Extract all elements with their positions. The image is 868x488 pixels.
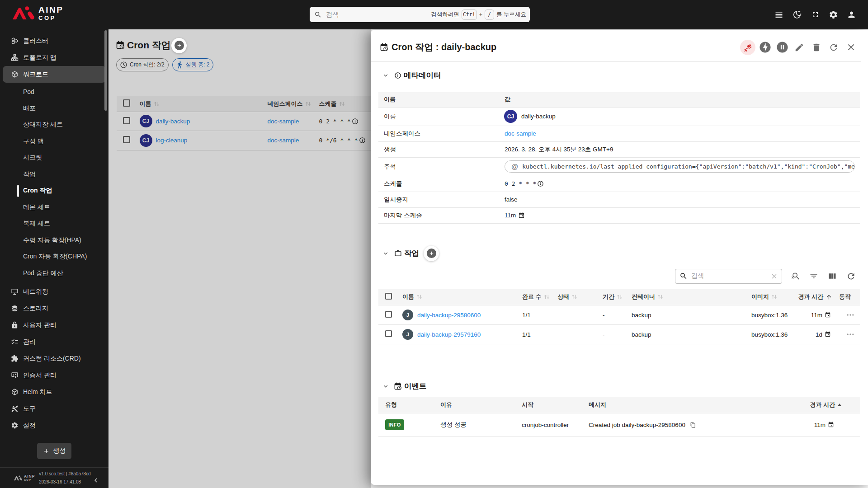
column-duration[interactable]: 기간 (603, 293, 614, 301)
app-logo[interactable]: AINP COP (12, 5, 63, 21)
sort-icons[interactable] (571, 294, 577, 300)
row-actions-menu[interactable] (834, 310, 860, 319)
sort-icons[interactable] (771, 294, 777, 300)
sidebar-scrollbar[interactable] (104, 30, 107, 111)
columns-button[interactable] (827, 271, 838, 282)
events-table-header: 유형 이유 시작 메시지 경과 시간 (378, 397, 860, 413)
create-button[interactable]: 생성 (37, 443, 71, 459)
sidebar-subitem-jobs[interactable]: 작업 (0, 166, 108, 183)
sidebar-subitem-replicasets[interactable]: 복제 세트 (0, 216, 108, 232)
event-row[interactable]: INFO 생성 성공 cronjob-controller Created jo… (378, 413, 860, 436)
dark-mode-icon[interactable] (792, 10, 802, 20)
sidebar-subitem-chpa[interactable]: Cron 자동 확장(CHPA) (0, 249, 108, 265)
sidebar-subitem-statefulsets[interactable]: 상태저장 세트 (0, 117, 108, 133)
sort-icons[interactable] (416, 294, 422, 300)
sidebar-item-admin[interactable]: 관리 (0, 333, 108, 350)
column-status[interactable]: 상태 (557, 293, 569, 301)
chevron-down-icon[interactable] (382, 383, 389, 389)
sidebar-subitem-secrets[interactable]: 시크릿 (0, 150, 108, 166)
drawer-backdrop[interactable] (108, 29, 371, 488)
collapse-sidebar-icon[interactable] (92, 476, 100, 484)
sidebar-subitem-daemonsets[interactable]: 데몬 세트 (0, 199, 108, 216)
column-image[interactable]: 이미지 (751, 293, 769, 301)
event-reason: 생성 성공 (434, 413, 515, 436)
column-age[interactable]: 경과 시간 (798, 293, 823, 301)
create-cronjob-button[interactable] (171, 38, 187, 53)
sort-icons[interactable] (657, 294, 663, 300)
info-icon[interactable] (537, 180, 544, 187)
metadata-table: 이름 값 이름 CJdaily-backup 네임스페이스 doc-sample… (378, 92, 860, 224)
job-name-link[interactable]: daily-backup-29580600 (417, 312, 481, 319)
sidebar-item-clusters[interactable]: 클러스터 (0, 33, 108, 49)
sidebar-subitem-pod[interactable]: Pod (0, 84, 108, 100)
refresh-button[interactable] (825, 39, 842, 56)
annotation-chip[interactable]: @kubectl.kubernetes.io/last-applied-conf… (505, 160, 855, 173)
sidebar-item-tools[interactable]: 도구 (0, 400, 108, 417)
notifications-menu-icon[interactable] (774, 10, 784, 20)
metadata-row-name: 이름 CJdaily-backup (378, 107, 860, 126)
job-name-link[interactable]: daily-backup-29579160 (417, 331, 481, 338)
sidebar-item-storage[interactable]: 스토리지 (0, 300, 108, 317)
column-completions[interactable]: 완료 수 (522, 293, 542, 301)
drawer-scrollbar-track[interactable] (861, 30, 868, 485)
sidebar-item-crd[interactable]: 커스텀 리소스(CRD) (0, 350, 108, 367)
select-all-checkbox[interactable] (385, 293, 392, 300)
row-checkbox[interactable] (385, 330, 392, 337)
sidebar-subitem-cronjobs[interactable]: Cron 작업 (0, 183, 108, 199)
sidebar-item-helm[interactable]: Helm 차트 (0, 384, 108, 400)
delete-button[interactable] (808, 39, 825, 56)
last-schedule-value: 11m (505, 212, 516, 219)
sort-asc-triangle-icon (837, 403, 842, 407)
sidebar-subitem-configmaps[interactable]: 구성 맵 (0, 133, 108, 150)
section-title: 이벤트 (404, 381, 427, 391)
footer-logo-mark-icon (14, 475, 22, 481)
trigger-now-button[interactable] (756, 39, 774, 56)
sidebar-item-topology[interactable]: 토폴로지 맵 (0, 49, 108, 66)
fullscreen-icon[interactable] (810, 10, 820, 20)
plus-icon (176, 42, 182, 48)
sort-icons[interactable] (544, 294, 550, 300)
chevron-down-icon[interactable] (382, 250, 389, 257)
row-actions-menu[interactable] (834, 330, 860, 339)
row-checkbox[interactable] (385, 311, 392, 318)
jobs-search-input[interactable]: 검색 (675, 269, 782, 284)
account-icon[interactable] (846, 10, 856, 20)
plus-icon (429, 250, 434, 256)
settings-gear-icon[interactable] (828, 10, 838, 20)
column-age[interactable]: 경과 시간 (810, 401, 835, 409)
sidebar-item-user-mgmt[interactable]: 사용자 관리 (0, 317, 108, 333)
metadata-section-header[interactable]: 메타데이터 (371, 68, 861, 83)
pin-telescope-button[interactable] (739, 39, 756, 56)
column-name[interactable]: 이름 (402, 293, 414, 301)
suspend-value: false (498, 192, 860, 207)
edit-button[interactable] (791, 39, 808, 56)
duration-value: - (599, 305, 628, 325)
sidebar-subitem-deployments[interactable]: 배포 (0, 100, 108, 117)
sidebar-subitem-pdb[interactable]: Pod 중단 예산 (0, 265, 108, 282)
job-row[interactable]: Jdaily-backup-29579160 1/1 - backup busy… (378, 325, 860, 344)
sidebar-item-label: 사용자 관리 (23, 321, 57, 329)
search-off-button[interactable] (790, 271, 801, 282)
job-row[interactable]: Jdaily-backup-29580600 1/1 - backup busy… (378, 305, 860, 325)
column-container[interactable]: 컨테이너 (632, 293, 655, 301)
sidebar-item-certificates[interactable]: 인증서 관리 (0, 367, 108, 384)
sort-asc-icon[interactable] (826, 294, 832, 300)
suspend-button[interactable] (774, 39, 791, 56)
create-job-button[interactable] (424, 246, 439, 261)
top-bar-actions (774, 0, 856, 29)
jobs-table-header: 이름 완료 수 상태 기간 컨테이너 이미지 경과 시간 동작 (378, 289, 860, 305)
refresh-button[interactable] (845, 271, 856, 282)
sidebar-item-network[interactable]: 네트워킹 (0, 283, 108, 300)
copy-icon[interactable] (689, 422, 696, 428)
global-search[interactable]: 검색 검색하려면 Ctrl + / 를 누르세요 (310, 7, 530, 22)
sidebar-item-workloads[interactable]: 워크로드 (3, 66, 106, 83)
close-drawer-button[interactable] (842, 39, 859, 56)
namespace-link[interactable]: doc-sample (498, 130, 536, 137)
sort-icons[interactable] (617, 294, 623, 300)
sidebar-subitem-hpa[interactable]: 수평 자동 확장(HPA) (0, 232, 108, 249)
clear-search-icon[interactable] (770, 272, 778, 280)
filter-button[interactable] (808, 271, 819, 282)
sidebar-item-settings[interactable]: 설정 (0, 417, 108, 434)
search-icon (679, 272, 688, 280)
duration-value: - (599, 325, 628, 344)
